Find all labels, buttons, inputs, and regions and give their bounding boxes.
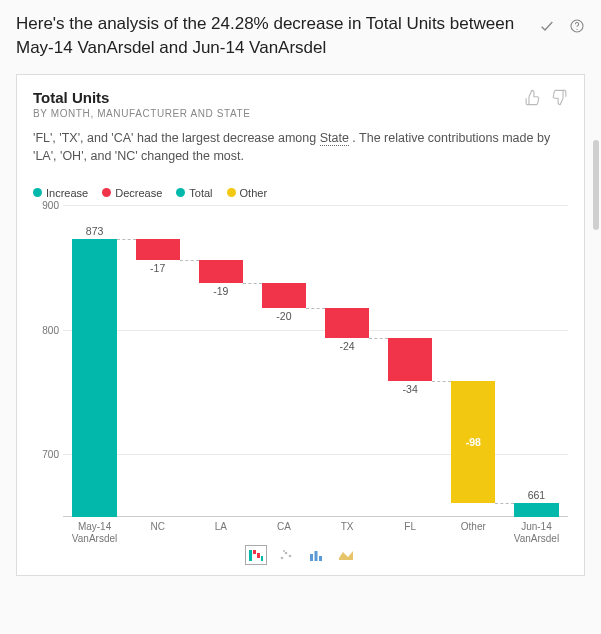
x-tick-label: Jun-14VanArsdel: [505, 517, 568, 537]
insight-card: Total Units BY MONTH, MANUFACTURER AND S…: [16, 74, 585, 576]
x-tick-label: CA: [252, 517, 315, 537]
bar-value-label: -34: [379, 383, 442, 395]
svg-point-1: [576, 29, 577, 30]
x-tick-label: LA: [189, 517, 252, 537]
x-tick-label: Other: [442, 517, 505, 537]
legend-item-decrease: Decrease: [102, 187, 162, 199]
y-tick-label: 800: [33, 324, 59, 335]
legend-item-increase: Increase: [33, 187, 88, 199]
legend-item-total: Total: [176, 187, 212, 199]
chart-title: Total Units: [33, 89, 251, 106]
waterfall-bar[interactable]: [388, 338, 432, 380]
insight-text: 'FL', 'TX', and 'CA' had the largest dec…: [33, 129, 568, 165]
svg-rect-3: [253, 550, 256, 554]
connector-line: [306, 308, 325, 309]
waterfall-bar[interactable]: [72, 239, 116, 517]
insight-prefix: 'FL', 'TX', and 'CA' had the largest dec…: [33, 131, 320, 145]
svg-point-7: [284, 552, 287, 555]
y-tick-label: 700: [33, 449, 59, 460]
bar-slot: -24: [316, 205, 379, 516]
y-tick-label: 900: [33, 199, 59, 210]
waterfall-bar[interactable]: [514, 503, 558, 517]
x-tick-label: NC: [126, 517, 189, 537]
thumb-down-icon[interactable]: [551, 89, 568, 110]
legend-item-other: Other: [227, 187, 268, 199]
svg-rect-2: [249, 550, 252, 561]
connector-line: [180, 260, 199, 261]
bar-slot: -34: [379, 205, 442, 516]
bar-value-label: -19: [189, 285, 252, 297]
chart-legend: Increase Decrease Total Other: [33, 187, 568, 199]
chart-subtitle: BY MONTH, MANUFACTURER AND STATE: [33, 108, 251, 119]
analysis-title: Here's the analysis of the 24.28% decrea…: [16, 12, 527, 60]
svg-point-9: [283, 550, 285, 552]
bar-value-label: 661: [505, 489, 568, 501]
bar-slot: -20: [252, 205, 315, 516]
svg-rect-11: [314, 551, 317, 561]
x-tick-label: TX: [316, 517, 379, 537]
svg-point-8: [288, 555, 291, 558]
chart-area: 700800900873-17-19-20-24-34-98661 May-14…: [33, 205, 568, 537]
bar-value-label: -24: [316, 340, 379, 352]
bar-value-label: -20: [252, 310, 315, 322]
viz-waterfall-button[interactable]: [245, 545, 267, 565]
svg-rect-10: [310, 554, 313, 561]
connector-line: [432, 381, 451, 382]
svg-rect-5: [261, 556, 263, 561]
viz-picker: [33, 545, 568, 569]
help-icon[interactable]: [569, 18, 585, 34]
legend-dot: [102, 188, 111, 197]
waterfall-bar[interactable]: [199, 260, 243, 284]
bar-slot: -17: [126, 205, 189, 516]
thumb-up-icon[interactable]: [524, 89, 541, 110]
bar-value-label: -98: [442, 436, 505, 448]
waterfall-bar[interactable]: [262, 283, 306, 308]
waterfall-bar[interactable]: [325, 308, 369, 338]
bar-slot: -19: [189, 205, 252, 516]
viz-column-button[interactable]: [305, 545, 327, 565]
legend-label: Total: [189, 187, 212, 199]
x-tick-label: FL: [379, 517, 442, 537]
connector-line: [243, 283, 262, 284]
check-icon[interactable]: [539, 18, 555, 34]
x-tick-label: May-14VanArsdel: [63, 517, 126, 537]
legend-dot: [33, 188, 42, 197]
legend-label: Decrease: [115, 187, 162, 199]
bar-value-label: 873: [63, 225, 126, 237]
svg-rect-4: [257, 553, 260, 558]
bar-slot: -98: [442, 205, 505, 516]
legend-dot: [227, 188, 236, 197]
waterfall-bar[interactable]: [136, 239, 180, 260]
connector-line: [495, 503, 514, 504]
legend-dot: [176, 188, 185, 197]
svg-rect-12: [319, 556, 322, 561]
scrollbar-thumb[interactable]: [593, 140, 599, 230]
insight-underlined: State: [320, 131, 349, 146]
connector-line: [369, 338, 388, 339]
analysis-header: Here's the analysis of the 24.28% decrea…: [16, 12, 585, 60]
bar-value-label: -17: [126, 262, 189, 274]
legend-label: Increase: [46, 187, 88, 199]
bar-slot: 873: [63, 205, 126, 516]
bar-slot: 661: [505, 205, 568, 516]
svg-point-6: [280, 557, 283, 560]
viz-ribbon-button[interactable]: [335, 545, 357, 565]
connector-line: [117, 239, 136, 240]
legend-label: Other: [240, 187, 268, 199]
viz-scatter-button[interactable]: [275, 545, 297, 565]
